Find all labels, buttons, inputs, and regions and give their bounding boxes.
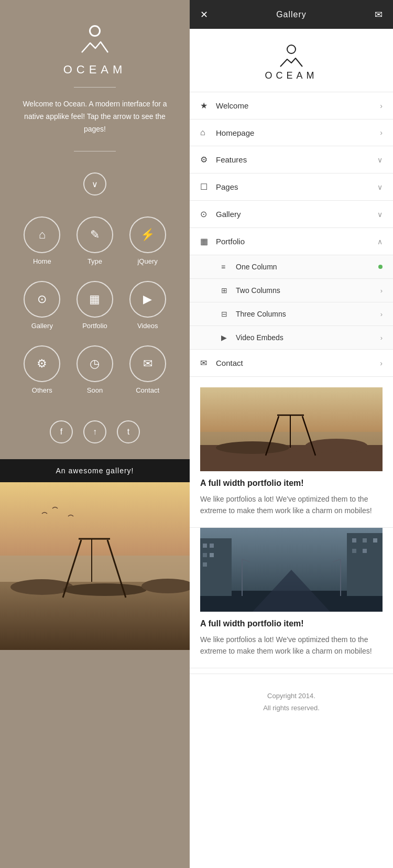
top-navbar: ✕ Gallery ✉ (190, 0, 393, 29)
mail-icon[interactable]: ✉ (375, 9, 383, 20)
type-icon-circle: ✎ (77, 216, 113, 253)
copyright-line2: All rights reserved. (200, 702, 383, 714)
svg-rect-29 (363, 538, 367, 542)
portfolio-landscape-svg (200, 387, 383, 471)
left-brand-name: OCEAM (63, 63, 127, 77)
soon-icon-item[interactable]: ◷ Soon (77, 345, 113, 394)
portfolio-label: Portfolio (82, 322, 107, 330)
features-arrow: ∨ (377, 156, 383, 164)
gallery-label: Gallery (31, 322, 53, 330)
icon-row-3: ⚙ Others ◷ Soon ✉ Contact (16, 345, 174, 394)
icon-row-2: ⊙ Gallery ▦ Portfolio ▶ Videos (16, 281, 174, 330)
menu-item-pages[interactable]: ☐ Pages ∨ (190, 173, 393, 201)
one-column-label: One Column (236, 263, 378, 271)
right-panel: ✕ Gallery ✉ OCEAM ★ Welcome › ⌂ Homepage (190, 0, 393, 868)
menu-list: ★ Welcome › ⌂ Homepage › ⚙ Features ∨ ☐ … (190, 92, 393, 377)
homepage-arrow: › (380, 128, 383, 137)
others-icon-item[interactable]: ⚙ Others (24, 345, 60, 394)
copyright-line1: Copyright 2014. (200, 690, 383, 702)
portfolio-menu-icon: ▦ (200, 236, 216, 246)
three-columns-icon: ⊟ (221, 310, 236, 318)
left-panel: OCEAM Welcome to Ocean. A modern interfa… (0, 0, 190, 868)
contact-menu-label: Contact (216, 359, 380, 367)
close-icon[interactable]: ✕ (200, 9, 208, 20)
submenu-item-three-columns[interactable]: ⊟ Three Columns › (190, 302, 393, 326)
icon-row-1: ⌂ Home ✎ Type ⚡ jQuery (16, 216, 174, 265)
up-button[interactable]: ↑ (83, 420, 106, 443)
divider-2 (74, 151, 116, 151)
portfolio-title-1: A full width portfolio item! (200, 479, 383, 488)
menu-item-homepage[interactable]: ⌂ Homepage › (190, 120, 393, 146)
gallery-icon-circle: ⊙ (24, 281, 60, 318)
one-column-icon: ≡ (221, 263, 236, 271)
jquery-icon-item[interactable]: ⚡ jQuery (129, 216, 166, 265)
soon-icon-circle: ◷ (77, 345, 113, 382)
features-menu-label: Features (216, 155, 377, 164)
right-logo-circle (287, 45, 296, 54)
pages-arrow: ∨ (377, 183, 383, 191)
three-columns-label: Three Columns (236, 310, 380, 318)
video-embeds-icon: ▶ (221, 333, 236, 342)
bottom-landscape-image (0, 482, 190, 650)
two-columns-label: Two Columns (236, 286, 380, 295)
gallery-bar: An awesome gallery! (0, 459, 190, 482)
type-label: Type (88, 257, 102, 265)
pages-menu-label: Pages (216, 182, 377, 191)
welcome-arrow: › (380, 102, 383, 110)
menu-item-features[interactable]: ⚙ Features ∨ (190, 146, 393, 173)
contact-icon-circle: ✉ (129, 345, 166, 382)
left-logo-section: OCEAM Welcome to Ocean. A modern interfa… (0, 0, 190, 216)
submenu-item-one-column[interactable]: ≡ One Column (190, 255, 393, 279)
videos-icon-circle: ▶ (129, 281, 166, 318)
jquery-label: jQuery (137, 257, 157, 265)
portfolio-image-2 (200, 528, 383, 612)
video-embeds-label: Video Embeds (236, 333, 380, 342)
portfolio-menu-label: Portfolio (216, 237, 377, 246)
menu-item-portfolio[interactable]: ▦ Portfolio ∧ (190, 228, 393, 255)
portfolio-city-svg (200, 528, 383, 612)
soon-label: Soon (87, 386, 103, 394)
portfolio-icon-item[interactable]: ▦ Portfolio (77, 281, 113, 330)
gallery-arrow: ∨ (377, 210, 383, 219)
logo-mountains-svg (81, 39, 109, 53)
submenu-item-two-columns[interactable]: ⊞ Two Columns › (190, 279, 393, 302)
menu-item-contact[interactable]: ✉ Contact › (190, 350, 393, 377)
home-icon-circle: ⌂ (24, 216, 60, 253)
svg-rect-25 (210, 553, 214, 557)
right-logo-section: OCEAM (190, 29, 393, 92)
others-label: Others (32, 386, 52, 394)
portfolio-title-2: A full width portfolio item! (200, 619, 383, 628)
home-icon-item[interactable]: ⌂ Home (24, 216, 60, 265)
homepage-menu-label: Homepage (216, 128, 380, 137)
portfolio-desc-2: We like portfolios a lot! We've optimize… (200, 634, 383, 657)
two-columns-arrow: › (380, 287, 383, 295)
videos-label: Videos (137, 322, 158, 330)
social-row: f ↑ t (50, 420, 140, 443)
twitter-button[interactable]: t (117, 420, 140, 443)
type-icon-item[interactable]: ✎ Type (77, 216, 113, 265)
facebook-button[interactable]: f (50, 420, 73, 443)
others-icon-circle: ⚙ (24, 345, 60, 382)
contact-label: Contact (136, 386, 159, 394)
portfolio-arrow: ∧ (377, 237, 383, 246)
home-label: Home (33, 257, 51, 265)
three-columns-arrow: › (380, 310, 383, 318)
videos-icon-item[interactable]: ▶ Videos (129, 281, 166, 330)
navbar-title: Gallery (276, 10, 307, 19)
svg-rect-24 (203, 553, 207, 557)
svg-rect-23 (210, 544, 214, 548)
portfolio-section: A full width portfolio item! We like por… (190, 377, 393, 668)
page-menu-icon: ☐ (200, 182, 216, 192)
gallery-icon-item[interactable]: ⊙ Gallery (24, 281, 60, 330)
welcome-menu-label: Welcome (216, 101, 380, 110)
active-dot (378, 265, 383, 269)
portfolio-image-1 (200, 387, 383, 471)
contact-icon-item[interactable]: ✉ Contact (129, 345, 166, 394)
right-footer: Copyright 2014. All rights reserved. (190, 674, 393, 730)
menu-item-welcome[interactable]: ★ Welcome › (190, 92, 393, 120)
svg-point-4 (63, 583, 147, 596)
scroll-down-button[interactable]: ∨ (83, 172, 106, 196)
menu-item-gallery[interactable]: ⊙ Gallery ∨ (190, 201, 393, 228)
portfolio-item-1: A full width portfolio item! We like por… (190, 387, 393, 528)
submenu-item-video-embeds[interactable]: ▶ Video Embeds › (190, 326, 393, 350)
